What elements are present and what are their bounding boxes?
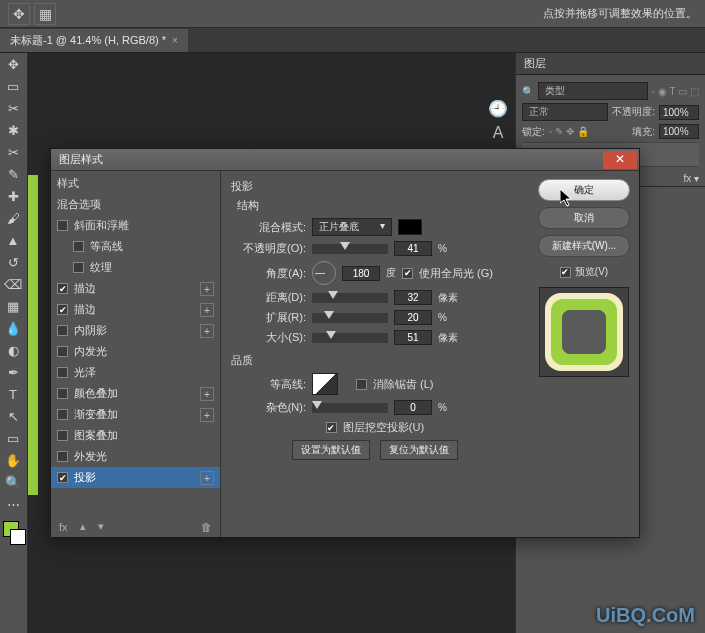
ok-button[interactable]: 确定 <box>538 179 630 201</box>
add-icon[interactable]: + <box>200 471 214 485</box>
angle-value[interactable] <box>342 266 380 281</box>
style-pattern-overlay[interactable]: 图案叠加 <box>51 425 220 446</box>
style-stroke2[interactable]: 描边+ <box>51 299 220 320</box>
size-value[interactable] <box>394 330 432 345</box>
crop-tool[interactable]: ✂ <box>0 141 26 163</box>
close-dialog-button[interactable]: ✕ <box>603 151 637 169</box>
document-tab[interactable]: 未标题-1 @ 41.4% (H, RGB/8) * × <box>0 29 188 52</box>
style-satin[interactable]: 光泽 <box>51 362 220 383</box>
stamp-tool[interactable]: ▲ <box>0 229 26 251</box>
add-icon[interactable]: + <box>200 324 214 338</box>
background-color[interactable] <box>10 529 26 545</box>
lasso-tool[interactable]: ✂ <box>0 97 26 119</box>
toolbox: ✥ ▭ ✂ ✱ ✂ ✎ ✚ 🖌 ▲ ↺ ⌫ ▦ 💧 ◐ ✒ T ↖ ▭ ✋ 🔍 … <box>0 53 28 633</box>
add-icon[interactable]: + <box>200 282 214 296</box>
fx-menu[interactable]: fx <box>59 521 68 533</box>
character-panel-icon[interactable]: A <box>493 124 504 142</box>
color-swatches[interactable] <box>0 521 27 557</box>
preview-thumbnail <box>539 287 629 377</box>
hand-tool[interactable]: ✋ <box>0 449 26 471</box>
move-down-icon[interactable]: ▾ <box>98 520 104 533</box>
heal-tool[interactable]: ✚ <box>0 185 26 207</box>
add-icon[interactable]: + <box>200 408 214 422</box>
fill-input[interactable] <box>659 124 699 139</box>
shadow-color-swatch[interactable] <box>398 219 422 235</box>
document-tab-bar: 未标题-1 @ 41.4% (H, RGB/8) * × <box>0 28 705 53</box>
style-stroke1[interactable]: 描边+ <box>51 278 220 299</box>
cancel-button[interactable]: 取消 <box>538 207 630 229</box>
move-up-icon[interactable]: ▴ <box>80 520 86 533</box>
opacity-input[interactable] <box>659 105 699 120</box>
opacity-slider[interactable] <box>312 244 388 254</box>
size-label: 大小(S): <box>231 330 306 345</box>
spread-label: 扩展(R): <box>231 310 306 325</box>
style-inner-shadow[interactable]: 内阴影+ <box>51 320 220 341</box>
new-style-button[interactable]: 新建样式(W)... <box>538 235 630 257</box>
move-tool[interactable]: ✥ <box>0 53 26 75</box>
knockout-label: 图层挖空投影(U) <box>343 420 424 435</box>
angle-dial[interactable] <box>312 261 336 285</box>
more-tools[interactable]: ⋯ <box>0 493 26 515</box>
knockout-checkbox[interactable] <box>326 422 337 433</box>
size-slider[interactable] <box>312 333 388 343</box>
layer-blend-mode[interactable]: 正常 <box>522 103 608 121</box>
make-default-button[interactable]: 设置为默认值 <box>292 440 370 460</box>
blend-mode-label: 混合模式: <box>231 220 306 235</box>
spread-slider[interactable] <box>312 313 388 323</box>
wand-tool[interactable]: ✱ <box>0 119 26 141</box>
opacity-value[interactable] <box>394 241 432 256</box>
gradient-tool[interactable]: ▦ <box>0 295 26 317</box>
styles-header[interactable]: 样式 <box>51 173 220 194</box>
dodge-tool[interactable]: ◐ <box>0 339 26 361</box>
style-bevel[interactable]: 斜面和浮雕 <box>51 215 220 236</box>
style-texture-sub[interactable]: 纹理 <box>51 257 220 278</box>
blend-mode-select[interactable]: 正片叠底▾ <box>312 218 392 236</box>
eyedropper-tool[interactable]: ✎ <box>0 163 26 185</box>
transform-controls-icon[interactable]: ▦ <box>34 3 56 25</box>
preview-label: 预览(V) <box>575 265 608 279</box>
structure-heading: 结构 <box>237 198 519 213</box>
eraser-tool[interactable]: ⌫ <box>0 273 26 295</box>
style-drop-shadow[interactable]: 投影+ <box>51 467 220 488</box>
dialog-titlebar[interactable]: 图层样式 ✕ <box>51 149 639 171</box>
history-brush[interactable]: ↺ <box>0 251 26 273</box>
reset-default-button[interactable]: 复位为默认值 <box>380 440 458 460</box>
brush-tool[interactable]: 🖌 <box>0 207 26 229</box>
dialog-title: 图层样式 <box>59 152 103 167</box>
preview-checkbox[interactable] <box>560 267 571 278</box>
pen-tool[interactable]: ✒ <box>0 361 26 383</box>
styles-list: 样式 混合选项 斜面和浮雕 等高线 纹理 描边+ 描边+ 内阴影+ 内发光 光泽… <box>51 171 221 537</box>
history-panel-icon[interactable]: 🕘 <box>488 99 508 118</box>
style-outer-glow[interactable]: 外发光 <box>51 446 220 467</box>
blur-tool[interactable]: 💧 <box>0 317 26 339</box>
close-tab-icon[interactable]: × <box>172 35 178 46</box>
distance-value[interactable] <box>394 290 432 305</box>
global-light-checkbox[interactable] <box>402 268 413 279</box>
style-gradient-overlay[interactable]: 渐变叠加+ <box>51 404 220 425</box>
noise-slider[interactable] <box>312 403 388 413</box>
hint-text: 点按并拖移可调整效果的位置。 <box>543 6 697 21</box>
dialog-right-column: 确定 取消 新建样式(W)... 预览(V) <box>529 171 639 537</box>
noise-value[interactable] <box>394 400 432 415</box>
style-inner-glow[interactable]: 内发光 <box>51 341 220 362</box>
spread-value[interactable] <box>394 310 432 325</box>
trash-icon[interactable]: 🗑 <box>201 521 212 533</box>
add-icon[interactable]: + <box>200 387 214 401</box>
contour-picker[interactable] <box>312 373 338 395</box>
add-icon[interactable]: + <box>200 303 214 317</box>
move-tool-icon[interactable]: ✥ <box>8 3 30 25</box>
path-tool[interactable]: ↖ <box>0 405 26 427</box>
blending-options[interactable]: 混合选项 <box>51 194 220 215</box>
layer-kind-filter[interactable]: 类型 <box>538 82 648 100</box>
antialias-checkbox[interactable] <box>356 379 367 390</box>
shape-tool[interactable]: ▭ <box>0 427 26 449</box>
fill-label: 填充: <box>632 125 655 139</box>
type-tool[interactable]: T <box>0 383 26 405</box>
style-color-overlay[interactable]: 颜色叠加+ <box>51 383 220 404</box>
style-contour-sub[interactable]: 等高线 <box>51 236 220 257</box>
distance-slider[interactable] <box>312 293 388 303</box>
layers-tab[interactable]: 图层 <box>516 53 705 75</box>
zoom-tool[interactable]: 🔍 <box>0 471 26 493</box>
lock-label: 锁定: <box>522 125 545 139</box>
marquee-tool[interactable]: ▭ <box>0 75 26 97</box>
